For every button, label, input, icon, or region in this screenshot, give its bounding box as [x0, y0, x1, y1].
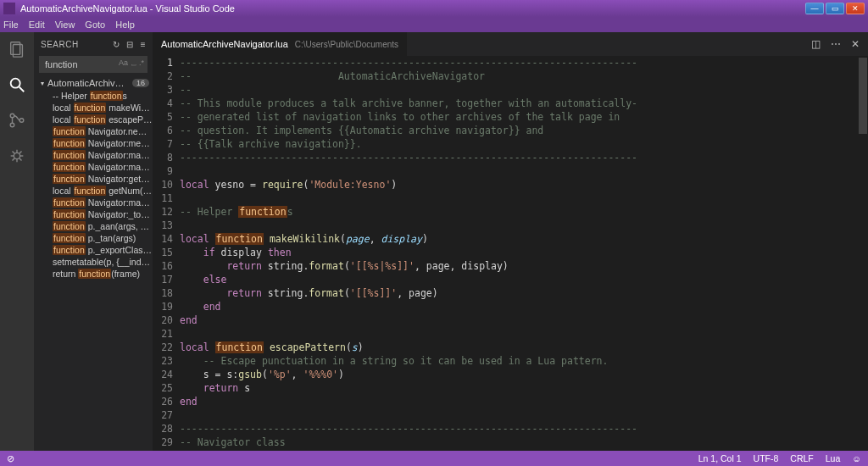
more-icon[interactable]: ⋯ — [831, 38, 841, 50]
search-result-item[interactable]: function Navigator:makeMess... — [41, 161, 153, 173]
line-gutter: 1234567891011121314151617181920212223242… — [153, 56, 180, 451]
window-buttons: — ▭ ✕ — [805, 3, 865, 14]
menu-edit[interactable]: Edit — [29, 19, 45, 30]
tab-active[interactable]: AutomaticArchiveNavigator.lua C:\Users\P… — [153, 32, 407, 56]
search-result-item[interactable]: function Navigator:makeArchi... — [41, 197, 153, 208]
menu-goto[interactable]: Goto — [85, 19, 105, 30]
search-result-item[interactable]: function p._aan(args, cfg, curr... — [41, 220, 153, 232]
code-text[interactable]: ----------------------------------------… — [180, 56, 868, 451]
search-sidebar: SEARCH ↻ ⊟ ≡ Aa ⎵ .* ▾ AutomaticArchiveN… — [34, 32, 153, 451]
tab-filepath: C:\Users\Public\Documents — [295, 40, 398, 49]
svg-point-4 — [10, 114, 14, 118]
clear-icon[interactable]: ⊟ — [126, 40, 134, 49]
status-bar: ⊘ Ln 1, Col 1UTF-8CRLFLua☺ — [0, 451, 868, 466]
code-editor[interactable]: 1234567891011121314151617181920212223242… — [153, 56, 868, 451]
search-result-item[interactable]: local function escapePattern(s) — [41, 114, 153, 125]
menu-file[interactable]: File — [3, 19, 19, 30]
svg-point-7 — [14, 153, 19, 158]
search-result-item[interactable]: function Navigator:makeBlurb() — [41, 149, 153, 161]
whole-word-icon[interactable]: ⎵ — [131, 58, 136, 67]
search-icon[interactable] — [7, 75, 27, 95]
status-item[interactable]: Lua — [826, 453, 841, 463]
search-result-item[interactable]: function Navigator:message(k... — [41, 137, 153, 149]
svg-point-6 — [19, 119, 24, 123]
tab-bar: AutomaticArchiveNavigator.lua C:\Users\P… — [153, 32, 868, 56]
search-result-item[interactable]: local function getNum(i, curre... — [41, 185, 153, 197]
svg-point-2 — [11, 79, 20, 88]
close-editor-icon[interactable]: ✕ — [851, 38, 860, 50]
chevron-down-icon: ▾ — [41, 80, 44, 87]
case-sensitive-icon[interactable]: Aa — [119, 58, 128, 67]
search-results: ▾ AutomaticArchiveNavig... 16 -- Helper … — [34, 76, 153, 451]
vertical-scrollbar[interactable] — [858, 56, 868, 451]
status-item[interactable]: Ln 1, Col 1 — [698, 453, 742, 463]
result-file-name: AutomaticArchiveNavig... — [47, 78, 129, 88]
search-result-item[interactable]: function p._tan(args) — [41, 232, 153, 244]
activity-bar — [0, 32, 34, 451]
status-item[interactable]: ☺ — [852, 453, 861, 463]
window-title: AutomaticArchiveNavigator.lua - Visual S… — [20, 3, 805, 14]
scrollbar-thumb[interactable] — [859, 58, 867, 134]
search-result-item[interactable]: setmetatable(p, {__index = fu... — [41, 256, 153, 268]
search-result-item[interactable]: function p._exportClasses() — [41, 244, 153, 256]
minimize-button[interactable]: — — [805, 3, 824, 14]
search-result-item[interactable]: -- Helper functions — [41, 90, 153, 102]
tab-filename: AutomaticArchiveNavigator.lua — [161, 39, 288, 49]
maximize-button[interactable]: ▭ — [826, 3, 844, 14]
refresh-icon[interactable]: ↻ — [113, 40, 120, 49]
debug-icon[interactable] — [7, 146, 27, 166]
menu-help[interactable]: Help — [115, 19, 135, 30]
search-result-item[interactable]: function Navigator.new(args, ... — [41, 125, 153, 137]
close-button[interactable]: ✕ — [846, 3, 865, 14]
search-result-item[interactable]: function Navigator:_tostring() — [41, 208, 153, 220]
svg-line-13 — [19, 158, 22, 161]
svg-line-14 — [13, 158, 15, 161]
search-result-item[interactable]: return function(frame) — [41, 268, 153, 280]
result-count-badge: 16 — [132, 79, 149, 87]
editor-area: AutomaticArchiveNavigator.lua C:\Users\P… — [153, 32, 868, 451]
menu-view[interactable]: View — [55, 19, 75, 30]
svg-point-5 — [10, 123, 14, 127]
svg-line-3 — [19, 87, 25, 92]
status-item[interactable]: ⊘ — [7, 453, 14, 463]
regex-icon[interactable]: .* — [139, 58, 144, 67]
svg-line-12 — [13, 152, 15, 154]
explorer-icon[interactable] — [7, 39, 27, 59]
sidebar-title: SEARCH — [41, 40, 79, 49]
split-editor-icon[interactable]: ◫ — [811, 38, 821, 50]
search-result-item[interactable]: local function makeWikilink(p... — [41, 102, 153, 114]
status-item[interactable]: CRLF — [790, 453, 813, 463]
app-icon — [3, 3, 15, 14]
collapse-icon[interactable]: ≡ — [141, 40, 146, 49]
svg-line-15 — [19, 152, 22, 154]
menu-bar: FileEditViewGotoHelp — [0, 17, 868, 32]
window-titlebar: AutomaticArchiveNavigator.lua - Visual S… — [0, 0, 868, 17]
result-file[interactable]: ▾ AutomaticArchiveNavig... 16 — [41, 76, 153, 90]
status-item[interactable]: UTF-8 — [754, 453, 779, 463]
source-control-icon[interactable] — [7, 110, 27, 130]
search-result-item[interactable]: function Navigator:getArchiv... — [41, 173, 153, 185]
